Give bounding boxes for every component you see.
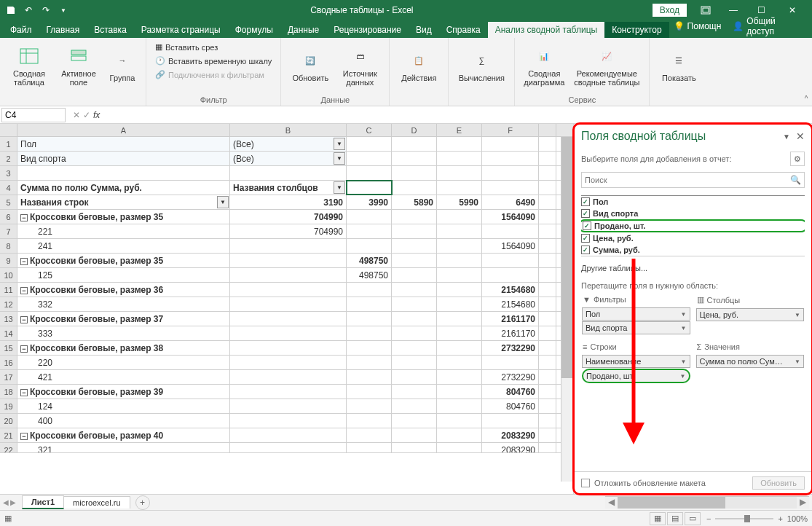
tab-view[interactable]: Вид (409, 22, 439, 38)
hscroll-left-icon[interactable]: ◀ (605, 497, 618, 509)
sheet-tab[interactable]: microexcel.ru (63, 496, 130, 509)
area-item[interactable]: Вид спорта▼ (582, 321, 690, 334)
collapse-icon[interactable]: − (20, 316, 28, 323)
tab-review[interactable]: Рецензирование (326, 22, 409, 38)
cancel-fx-icon[interactable]: ✕ (73, 110, 80, 120)
collapse-icon[interactable]: − (20, 345, 28, 353)
area-item[interactable]: Сумма по полю Сум…▼ (696, 355, 805, 368)
area-columns[interactable]: ▥Столбцы Цена, руб.▼ (695, 293, 805, 336)
select-all-corner[interactable] (0, 124, 17, 136)
field-item[interactable]: ✓Вид спорта (581, 208, 805, 219)
pane-close-icon[interactable]: ✕ (796, 130, 805, 142)
chevron-down-icon[interactable]: ▼ (795, 358, 800, 365)
collapse-icon[interactable]: − (20, 433, 28, 440)
recommended-pivot-button[interactable]: 📈Рекомендуемые сводные таблицы (570, 41, 643, 90)
sheet-nav-prev-icon[interactable]: ◀ (3, 498, 9, 506)
fx-icon[interactable]: fx (93, 110, 100, 120)
fields-search[interactable]: 🔍 (581, 172, 805, 188)
checkbox-icon[interactable]: ✓ (581, 197, 590, 206)
cell[interactable]: (Все)▼ (230, 137, 347, 151)
data-source-button[interactable]: 🗃Источник данных (336, 41, 383, 90)
col-header[interactable]: E (437, 124, 482, 136)
area-item[interactable]: Наименование▼ (582, 355, 690, 368)
col-header[interactable]: D (392, 124, 437, 136)
tab-insert[interactable]: Вставка (87, 22, 134, 38)
vertical-scrollbar[interactable] (561, 137, 573, 482)
sheet-tab[interactable]: Лист1 (22, 495, 64, 509)
refresh-button[interactable]: 🔄Обновить (287, 41, 334, 90)
accept-fx-icon[interactable]: ✓ (83, 110, 90, 120)
collapse-ribbon-icon[interactable]: ^ (800, 38, 812, 106)
chevron-down-icon[interactable]: ▼ (680, 373, 686, 380)
dropdown-icon[interactable]: ▼ (334, 152, 345, 165)
chevron-down-icon[interactable]: ▼ (681, 358, 687, 365)
chevron-down-icon[interactable]: ▼ (795, 312, 800, 318)
save-icon[interactable] (3, 2, 19, 18)
actions-button[interactable]: 📋Действия (395, 41, 442, 90)
checkbox-icon[interactable]: ✓ (583, 221, 591, 230)
share-button[interactable]: 👤Общий доступ (728, 15, 805, 38)
pane-dropdown-icon[interactable]: ▼ (783, 133, 790, 141)
redo-icon[interactable]: ↷ (38, 2, 54, 18)
field-item[interactable]: ✓Сумма, руб. (581, 244, 805, 256)
active-field-button[interactable]: Активное поле (55, 41, 102, 90)
dropdown-icon[interactable]: ▼ (217, 196, 229, 208)
collapse-icon[interactable]: − (20, 214, 28, 221)
row-header[interactable]: 1 (0, 137, 17, 151)
collapse-icon[interactable]: − (20, 287, 28, 294)
checkbox-icon[interactable]: ✓ (581, 246, 590, 254)
view-page-icon[interactable]: ▤ (667, 512, 683, 525)
area-values[interactable]: ΣЗначения Сумма по полю Сум…▼ (695, 340, 805, 385)
view-break-icon[interactable]: ▭ (685, 512, 701, 525)
zoom-out-icon[interactable]: − (706, 514, 711, 523)
calculations-button[interactable]: ∑Вычисления (454, 41, 508, 90)
col-header[interactable]: C (347, 124, 392, 136)
tell-me-button[interactable]: 💡Помощн (669, 20, 726, 33)
col-header[interactable]: F (482, 124, 539, 136)
field-item-highlighted[interactable]: ✓Продано, шт. (581, 219, 805, 232)
collapse-icon[interactable]: − (20, 389, 28, 396)
search-input[interactable] (585, 176, 790, 184)
area-item[interactable]: Цена, руб.▼ (696, 308, 805, 321)
name-box[interactable] (1, 108, 66, 122)
show-button[interactable]: ☰Показать (655, 41, 702, 90)
dropdown-icon[interactable]: ▼ (334, 138, 345, 150)
formula-input[interactable] (104, 108, 812, 122)
area-rows[interactable]: ≡Строки Наименование▼ Продано, шт.▼ (581, 340, 691, 385)
collapse-icon[interactable]: − (20, 258, 28, 265)
hscroll-right-icon[interactable]: ▶ (797, 497, 809, 509)
insert-slicer-button[interactable]: ▦Вставить срез (152, 41, 275, 53)
horizontal-scrollbar[interactable] (618, 497, 797, 509)
group-button[interactable]: →Группа (105, 41, 140, 90)
tab-help[interactable]: Справка (439, 22, 488, 38)
tab-data[interactable]: Данные (280, 22, 326, 38)
tab-pivot-analyze[interactable]: Анализ сводной таблицы (488, 22, 604, 38)
col-header[interactable] (539, 124, 556, 136)
chevron-down-icon[interactable]: ▼ (681, 311, 687, 318)
tab-file[interactable]: Файл (3, 22, 39, 38)
tab-layout[interactable]: Разметка страницы (134, 22, 228, 38)
chevron-down-icon[interactable]: ▼ (681, 325, 687, 331)
area-filters[interactable]: ▼Фильтры Пол▼ Вид спорта▼ (581, 293, 691, 336)
zoom-level[interactable]: 100% (787, 514, 808, 523)
add-sheet-icon[interactable]: + (135, 495, 150, 510)
qat-dropdown-icon[interactable]: ▼ (55, 2, 71, 18)
dropdown-icon[interactable]: ▼ (334, 181, 345, 194)
worksheet[interactable]: A B C D E F 1Пол(Все)▼ 2Вид спорта(Все)▼… (0, 124, 573, 494)
zoom-in-icon[interactable]: + (778, 514, 782, 523)
update-button[interactable]: Обновить (752, 476, 805, 490)
checkbox-icon[interactable]: ✓ (581, 209, 590, 218)
gear-icon[interactable]: ⚙ (790, 152, 805, 166)
tab-design[interactable]: Конструктор (604, 22, 669, 38)
col-header[interactable]: B (230, 124, 347, 136)
col-header[interactable]: A (17, 124, 230, 136)
active-cell[interactable] (347, 181, 392, 195)
defer-checkbox[interactable] (581, 479, 590, 487)
tab-formulas[interactable]: Формулы (228, 22, 280, 38)
field-item[interactable]: ✓Пол (581, 196, 805, 208)
sheet-nav-next-icon[interactable]: ▶ (10, 498, 16, 506)
undo-icon[interactable]: ↶ (20, 2, 36, 18)
field-item[interactable]: ✓Цена, руб. (581, 232, 805, 244)
cell[interactable]: Пол (17, 137, 230, 151)
insert-timeline-button[interactable]: 🕐Вставить временную шкалу (152, 55, 275, 67)
